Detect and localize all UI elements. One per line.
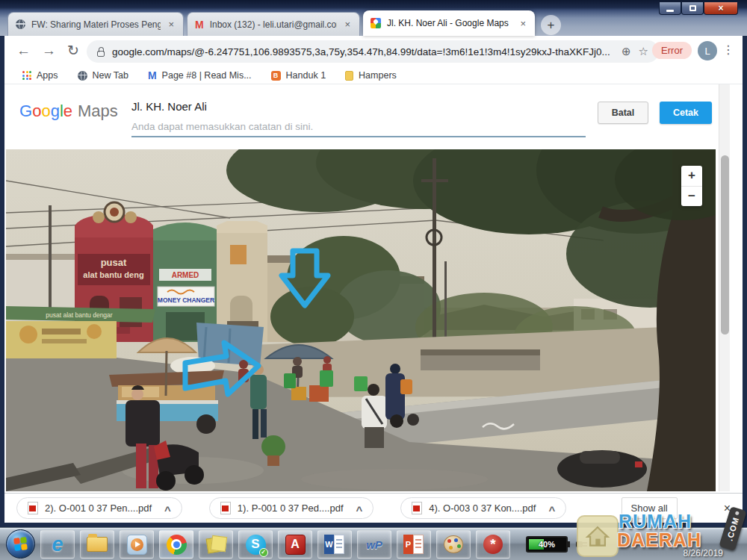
- google-maps-logo: G o o g l e Maps: [19, 102, 118, 121]
- blogger-icon: B: [271, 71, 281, 81]
- chevron-up-icon[interactable]: ^: [164, 504, 171, 517]
- gmail-favicon: M: [195, 19, 204, 31]
- note-field-wrap: [131, 116, 586, 137]
- pdf-icon: [412, 502, 422, 514]
- bookmark-label: Hampers: [359, 70, 397, 81]
- globe-favicon: [16, 19, 25, 29]
- apps-shortcut[interactable]: Apps: [22, 70, 58, 81]
- browser-menu-icon[interactable]: ⋮: [722, 43, 734, 57]
- address-bar[interactable]: google.com/maps/@-6.247751,106.9893575,3…: [87, 40, 659, 63]
- download-item[interactable]: 4). O-003 0 37 Kon....pdf ^: [400, 497, 566, 519]
- bookmark-handuk[interactable]: B Handuk 1: [271, 70, 326, 81]
- taskbar-file-explorer[interactable]: [80, 530, 114, 559]
- logo-letter: e: [63, 102, 72, 121]
- skype-online-badge: ✓: [259, 548, 268, 557]
- new-tab-button[interactable]: +: [541, 15, 561, 35]
- download-item[interactable]: 2). O-001 0 37 Pen....pdf ^: [16, 497, 182, 519]
- tab-gmail-inbox[interactable]: M Inbox (132) - leli.utari@gmail.com ×: [187, 12, 360, 36]
- tab-sharing-materi[interactable]: FW: Sharing Materi Proses Penga ×: [7, 12, 184, 36]
- window-controls: ×: [659, 2, 738, 15]
- close-icon: ×: [718, 4, 723, 13]
- profile-avatar[interactable]: L: [698, 41, 717, 60]
- bookmark-new-tab[interactable]: New Tab: [78, 70, 128, 81]
- download-filename: 2). O-001 0 37 Pen....pdf: [45, 503, 152, 514]
- chrome-icon: [167, 535, 187, 555]
- forward-icon[interactable]: →: [42, 43, 56, 59]
- download-item[interactable]: 1). P-001 0 37 Ped....pdf ^: [209, 497, 374, 519]
- taskbar-sticky-notes[interactable]: [199, 530, 233, 559]
- close-window-button[interactable]: ×: [704, 2, 738, 15]
- bookmark-label: Handuk 1: [286, 70, 326, 81]
- page-scrollbar[interactable]: [719, 84, 730, 491]
- bookmark-label: New Tab: [93, 70, 128, 81]
- chevron-up-icon[interactable]: ^: [356, 504, 363, 517]
- logo-letter: G: [19, 102, 32, 121]
- taskbar-skype[interactable]: S ✓: [238, 530, 273, 559]
- tab-google-maps[interactable]: Jl. KH. Noer Ali - Google Maps ×: [363, 10, 535, 36]
- skype-icon: S ✓: [246, 535, 266, 555]
- street-view-zoom-control: + −: [681, 166, 702, 206]
- sticky-notes-icon: [206, 535, 226, 553]
- note-input[interactable]: [131, 116, 586, 136]
- folder-icon: [87, 537, 108, 552]
- street-view-photo[interactable]: pusat alat bantu deng ARMED MONEY CHANGE…: [6, 149, 716, 491]
- shop-sign-line1: pusat: [101, 257, 127, 268]
- back-icon[interactable]: ←: [16, 43, 31, 59]
- taskbar-paint[interactable]: [436, 530, 471, 559]
- cancel-button[interactable]: Batal: [598, 102, 648, 124]
- windows-logo-icon: [13, 537, 28, 551]
- tab-close-icon[interactable]: ×: [343, 19, 352, 30]
- reload-icon[interactable]: ↻: [67, 43, 79, 59]
- battery-percent: 40%: [527, 538, 566, 551]
- maximize-button[interactable]: [681, 2, 704, 15]
- bookmark-hampers[interactable]: Hampers: [345, 70, 397, 81]
- browser-toolbar: ← → ↻ google.com/maps/@-6.247751,106.989…: [4, 36, 743, 67]
- logo-suffix: Maps: [78, 102, 118, 121]
- taskbar-acrobat[interactable]: A: [278, 530, 312, 559]
- tab-title: FW: Sharing Materi Proses Penga: [31, 19, 161, 30]
- minimize-button[interactable]: [659, 2, 681, 15]
- taskbar-internet-explorer[interactable]: e: [40, 530, 75, 559]
- start-button[interactable]: [6, 529, 35, 559]
- date-stamp: 8/26/2019: [684, 548, 723, 559]
- awning-sign: pusat alat bantu dengar: [46, 311, 112, 319]
- media-player-icon: [127, 535, 147, 555]
- sync-error-badge[interactable]: Error: [652, 42, 692, 59]
- taskbar-app-red[interactable]: *: [476, 530, 510, 559]
- tab-title: Inbox (132) - leli.utari@gmail.com: [210, 19, 338, 30]
- internet-explorer-icon: e: [52, 533, 63, 556]
- logo-letter: o: [32, 102, 41, 121]
- armed-sign: ARMED: [172, 271, 199, 279]
- taskbar-media-player[interactable]: [120, 530, 154, 559]
- bookmark-star-icon[interactable]: ☆: [639, 45, 648, 58]
- globe-icon: [78, 71, 87, 81]
- scrollbar-thumb[interactable]: [721, 155, 729, 335]
- zoom-in-button[interactable]: +: [681, 166, 702, 187]
- taskbar-powerpoint[interactable]: P: [397, 530, 431, 559]
- url-text[interactable]: google.com/maps/@-6.247751,106.9893575,3…: [112, 46, 614, 57]
- m-icon: M: [148, 69, 157, 81]
- desktop: × FW: Sharing Materi Proses Penga × M In…: [0, 0, 747, 560]
- money-changer-sign: MONEY CHANGER: [158, 296, 214, 304]
- taskbar-wps[interactable]: wP: [357, 530, 391, 559]
- zoom-out-button[interactable]: −: [681, 187, 702, 207]
- logo-letter: g: [51, 102, 60, 121]
- house-icon: [577, 515, 619, 557]
- acrobat-icon: A: [285, 535, 306, 555]
- taskbar-word[interactable]: W: [317, 530, 352, 559]
- street-view-scene: pusat alat bantu deng ARMED MONEY CHANGE…: [6, 149, 716, 491]
- powerpoint-icon: P: [403, 535, 424, 554]
- chevron-up-icon[interactable]: ^: [548, 504, 555, 517]
- bookmark-page8[interactable]: M Page #8 | Read Mis...: [148, 69, 252, 81]
- watermark: RUMAH DAERAH .COM 8/26/2019: [577, 511, 743, 560]
- page-title: Jl. KH. Noer Ali: [131, 100, 207, 113]
- padlock-icon: [97, 51, 105, 57]
- taskbar-chrome[interactable]: [159, 530, 193, 559]
- apps-label: Apps: [37, 70, 58, 81]
- yellow-page-icon: [345, 71, 353, 81]
- download-filename: 4). O-003 0 37 Kon....pdf: [429, 503, 536, 514]
- tab-close-icon[interactable]: ×: [518, 18, 527, 29]
- print-button[interactable]: Cetak: [660, 102, 712, 124]
- tab-close-icon[interactable]: ×: [167, 19, 176, 30]
- send-to-devices-icon[interactable]: ⊕: [622, 45, 631, 58]
